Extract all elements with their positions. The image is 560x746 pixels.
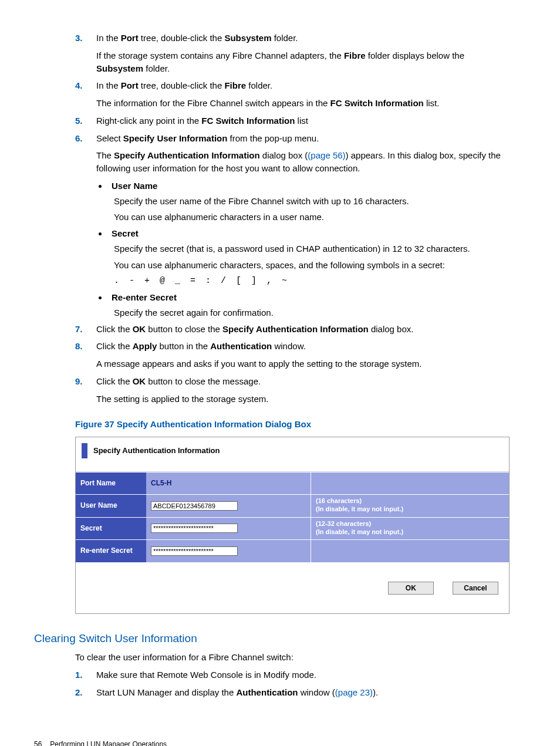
bullet-title: User Name: [112, 180, 510, 193]
dialog-hint: (16 characters)(In disable, it may not i…: [311, 495, 509, 517]
bullet-list-user-info: User NameSpecify the user name of the Fi…: [108, 180, 510, 319]
section-lead: To clear the user information for a Fibr…: [75, 651, 510, 664]
dialog-title-text: Specify Authentication Information: [93, 445, 220, 457]
step-item: Click the Apply button in the Authentica…: [75, 340, 510, 370]
dialog-hint: [311, 472, 509, 494]
step-item: In the Port tree, double-click the Subsy…: [75, 32, 510, 75]
bullet-paragraph: Specify the secret (that is, a password …: [114, 242, 510, 255]
step-item: In the Port tree, double-click the Fibre…: [75, 79, 510, 110]
step-followup: The information for the Fibre Channel sw…: [96, 97, 510, 110]
step-item: Start LUN Manager and display the Authen…: [75, 686, 510, 699]
dialog-row-label: User Name: [76, 495, 146, 517]
specify-auth-dialog: Specify Authentication Information Port …: [75, 437, 510, 614]
bullet-paragraph: Specify the user name of the Fibre Chann…: [114, 195, 510, 208]
dialog-static-value: CL5-H: [151, 478, 171, 488]
step-item: Click the OK button to close the Specify…: [75, 323, 510, 336]
dialog-button-row: OK Cancel: [76, 562, 509, 613]
page-number: 56: [34, 740, 42, 746]
step-item: Make sure that Remote Web Console is in …: [75, 669, 510, 681]
step-text: In the Port tree, double-click the Fibre…: [96, 79, 510, 92]
ordered-steps-lower: Click the OK button to close the Specify…: [75, 323, 510, 406]
bullet-title: Re-enter Secret: [112, 291, 510, 304]
dialog-field-cell: [146, 495, 311, 517]
ordered-steps-clearing: Make sure that Remote Web Console is in …: [75, 669, 510, 699]
section-heading: Clearing Switch User Information: [34, 630, 510, 647]
dialog-hint: (12-32 characters)(In disable, it may no…: [311, 518, 509, 539]
dialog-input-re-enter-secret[interactable]: [151, 546, 238, 556]
step-text: Right-click any point in the FC Switch I…: [96, 114, 510, 127]
bullet-item: Re-enter SecretSpecify the secret again …: [108, 291, 510, 319]
step-text: In the Port tree, double-click the Subsy…: [96, 32, 510, 45]
step-text: Click the OK button to close the Specify…: [96, 323, 510, 336]
dialog-row-label: Re-enter Secret: [76, 540, 146, 562]
step-followup: The setting is applied to the storage sy…: [96, 393, 510, 406]
dialog-input-user-name[interactable]: [151, 501, 238, 511]
step-text: Start LUN Manager and display the Authen…: [96, 686, 510, 699]
bullet-item: SecretSpecify the secret (that is, a pas…: [108, 227, 510, 288]
dialog-title-accent: [82, 443, 87, 458]
figure-caption: Figure 37 Specify Authentication Informa…: [75, 418, 510, 431]
step-item: Right-click any point in the FC Switch I…: [75, 114, 510, 127]
bullet-paragraph: Specify the secret again for confirmatio…: [114, 306, 510, 319]
step-followup: A message appears and asks if you want t…: [96, 357, 510, 370]
symbol-list: . - + @ _ = : / [ ] , ~: [114, 275, 510, 288]
dialog-row: User Name(16 characters)(In disable, it …: [76, 494, 509, 517]
step-item: Click the OK button to close the message…: [75, 375, 510, 406]
dialog-field-cell: [146, 518, 311, 539]
bullet-title: Secret: [112, 227, 510, 240]
dialog-row: Secret(12-32 characters)(In disable, it …: [76, 517, 509, 539]
step-followup: If the storage system contains any Fibre…: [96, 49, 510, 75]
step-text: Click the Apply button in the Authentica…: [96, 340, 510, 353]
cancel-button[interactable]: Cancel: [453, 582, 498, 595]
dialog-field-cell: [146, 540, 311, 562]
dialog-hint: [311, 540, 509, 562]
step-followup: The Specify Authentication Information d…: [96, 149, 510, 175]
dialog-row-label: Secret: [76, 518, 146, 539]
dialog-row: Port NameCL5-H: [76, 472, 509, 494]
ordered-steps-upper: In the Port tree, double-click the Subsy…: [75, 32, 510, 175]
dialog-input-secret[interactable]: [151, 524, 238, 533]
step-text: Select Specify User Information from the…: [96, 132, 510, 145]
step-text: Click the OK button to close the message…: [96, 375, 510, 388]
page-footer: 56 Performing LUN Manager Operations: [34, 740, 510, 746]
dialog-row: Re-enter Secret: [76, 539, 509, 562]
dialog-field-cell: CL5-H: [146, 472, 311, 494]
dialog-row-label: Port Name: [76, 472, 146, 494]
ok-button[interactable]: OK: [388, 582, 434, 595]
bullet-item: User NameSpecify the user name of the Fi…: [108, 180, 510, 224]
dialog-title-bar: Specify Authentication Information: [76, 437, 509, 472]
bullet-paragraph: You can use alphanumeric characters in a…: [114, 211, 510, 224]
page-footer-title: Performing LUN Manager Operations: [50, 740, 167, 746]
bullet-paragraph: You can use alphanumeric characters, spa…: [114, 259, 510, 272]
step-text: Make sure that Remote Web Console is in …: [96, 669, 510, 681]
step-item: Select Specify User Information from the…: [75, 132, 510, 175]
